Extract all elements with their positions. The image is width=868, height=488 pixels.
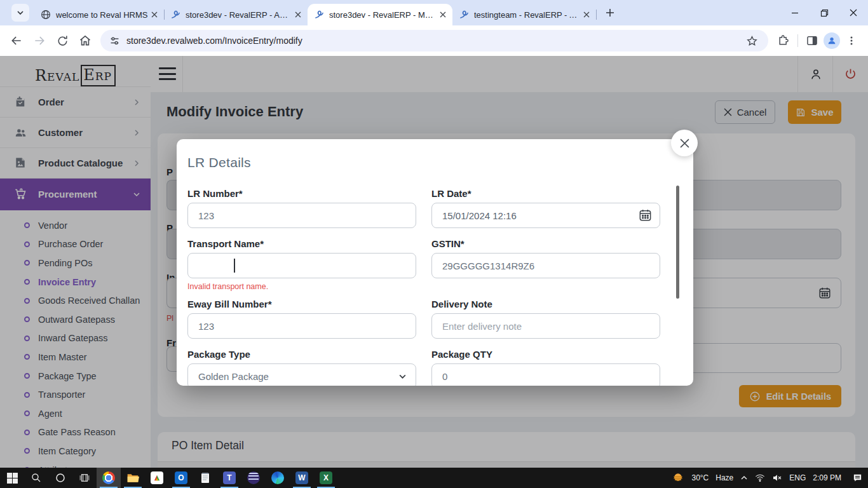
extensions-icon[interactable]: [774, 31, 793, 50]
tab-title: testingteam - RevalERP - Add V: [474, 10, 581, 20]
lr-date-input[interactable]: [431, 203, 660, 228]
package-qty-label: Package QTY: [431, 349, 660, 360]
start-button[interactable]: [0, 468, 24, 488]
tab-search-chevron-button[interactable]: [11, 4, 29, 22]
lr-number-label: LR Number*: [187, 188, 416, 199]
tab-revalerp-add-inward[interactable]: store3dev - RevalERP - Add Inw: [164, 4, 308, 25]
weather-condition[interactable]: Haze: [715, 473, 733, 482]
globe-icon: [41, 10, 51, 20]
taskbar-chrome-icon[interactable]: [97, 468, 121, 488]
modal-title: LR Details: [187, 155, 251, 170]
tab-title: store3dev - RevalERP - Add Inw: [186, 10, 292, 20]
browser-menu-icon[interactable]: [842, 31, 861, 50]
transport-name-error: Invalid transport name.: [187, 282, 416, 291]
action-center-icon[interactable]: [852, 473, 863, 484]
taskbar-image-viewer-icon[interactable]: [145, 468, 169, 488]
package-type-select[interactable]: Golden Package: [187, 363, 416, 386]
gstin-label: GSTIN*: [431, 238, 660, 249]
language-indicator[interactable]: ENG: [789, 473, 806, 482]
tab-testingteam-add[interactable]: testingteam - RevalERP - Add V: [452, 4, 596, 25]
taskbar-teams-icon[interactable]: T: [217, 468, 241, 488]
window-controls: [780, 0, 868, 25]
delivery-note-label: Delivery Note: [431, 299, 660, 309]
toolbar-separator: [797, 34, 798, 47]
tab-reval-hrms[interactable]: welcome to Reval HRMS: [34, 4, 164, 25]
window-close-button[interactable]: [839, 0, 868, 25]
transport-name-input[interactable]: [187, 253, 416, 278]
modal-scrollbar-thumb[interactable]: [676, 186, 679, 299]
window-minimize-button[interactable]: [780, 0, 810, 25]
chevron-down-icon: [398, 372, 407, 381]
tab-close-icon[interactable]: [149, 9, 160, 20]
wifi-icon[interactable]: [755, 473, 765, 482]
address-bar[interactable]: store3dev.revalweb.com/InvoiceEntry/modi…: [100, 30, 768, 51]
system-tray: 30°C Haze ENG 2:09 PM: [672, 471, 868, 484]
weather-temp[interactable]: 30°C: [691, 473, 709, 482]
tab-close-icon[interactable]: [292, 9, 304, 20]
field-lr-date: LR Date*: [431, 188, 660, 228]
clock[interactable]: 2:09 PM: [813, 473, 841, 482]
browser-toolbar: store3dev.revalweb.com/InvoiceEntry/modi…: [0, 25, 868, 56]
field-delivery-note: Delivery Note: [431, 299, 660, 339]
package-type-label: Package Type: [187, 349, 416, 360]
delivery-note-input[interactable]: [431, 313, 660, 339]
url-text: store3dev.revalweb.com/InvoiceEntry/modi…: [126, 36, 740, 46]
taskbar-word-icon[interactable]: W: [290, 468, 314, 488]
calendar-icon[interactable]: [638, 208, 653, 222]
taskbar-excel-icon[interactable]: X: [314, 468, 338, 488]
transport-name-label: Transport Name*: [187, 238, 416, 249]
revalerp-favicon: [170, 10, 180, 20]
field-eway-bill: Eway Bill Number*: [187, 299, 416, 339]
revalerp-favicon: [459, 10, 469, 20]
tab-title: store3dev - RevalERP - Modify: [329, 10, 437, 20]
weather-icon[interactable]: [672, 471, 684, 484]
text-cursor: [234, 259, 235, 273]
window-restore-button[interactable]: [810, 0, 839, 25]
outlook-letter: O: [175, 471, 187, 484]
revalerp-favicon: [314, 10, 324, 20]
browser-tab-strip: welcome to Reval HRMS store3dev - RevalE…: [0, 0, 868, 25]
package-type-value: Golden Package: [198, 371, 269, 382]
eway-bill-input[interactable]: [187, 313, 416, 339]
new-tab-button[interactable]: [601, 4, 619, 22]
tab-close-icon[interactable]: [581, 9, 592, 20]
bookmark-star-icon[interactable]: [742, 31, 761, 50]
windows-taskbar: O T W X 30°C Haze ENG 2:09 PM: [0, 468, 868, 488]
field-gstin: GSTIN*: [431, 238, 660, 278]
excel-letter: X: [320, 471, 332, 484]
forward-button[interactable]: [29, 30, 50, 51]
lr-number-input[interactable]: [187, 203, 416, 228]
profile-avatar[interactable]: [824, 32, 840, 49]
lr-date-label: LR Date*: [431, 188, 660, 199]
volume-muted-icon[interactable]: [772, 473, 782, 482]
tab-revalerp-modify-active[interactable]: store3dev - RevalERP - Modify: [308, 4, 452, 25]
task-view-icon[interactable]: [72, 468, 97, 488]
tab-title: welcome to Reval HRMS: [56, 10, 149, 20]
taskbar-notepad-icon[interactable]: [193, 468, 217, 488]
site-info-icon[interactable]: [109, 36, 120, 46]
taskbar-file-explorer-icon[interactable]: [121, 468, 145, 488]
side-panel-icon[interactable]: [803, 31, 822, 50]
field-package-qty: Package QTY: [431, 349, 660, 386]
home-button[interactable]: [75, 30, 95, 51]
word-letter: W: [295, 471, 308, 484]
field-lr-number: LR Number*: [187, 188, 416, 228]
tab-close-icon[interactable]: [437, 9, 449, 20]
back-button[interactable]: [6, 30, 27, 51]
modal-close-button[interactable]: [671, 130, 698, 156]
taskbar-search-icon[interactable]: [24, 468, 48, 488]
field-package-type: Package Type Golden Package: [187, 349, 416, 386]
taskbar-edge-icon[interactable]: [266, 468, 290, 488]
tray-expand-chevron-icon[interactable]: [740, 474, 748, 482]
cortana-icon[interactable]: [48, 468, 72, 488]
taskbar-eclipse-icon[interactable]: [241, 468, 266, 488]
package-qty-input[interactable]: [431, 363, 660, 386]
eway-bill-label: Eway Bill Number*: [187, 299, 416, 309]
app-page: RevalErp Order Customer Product Catalogu…: [0, 56, 868, 468]
lr-details-modal: LR Details LR Number* LR Date* Transport…: [177, 139, 693, 386]
reload-button[interactable]: [52, 30, 72, 51]
field-transport-name: Transport Name* Invalid transport name.: [187, 238, 416, 291]
gstin-input[interactable]: [431, 253, 660, 278]
teams-letter: T: [223, 471, 236, 484]
taskbar-outlook-icon[interactable]: O: [169, 468, 193, 488]
